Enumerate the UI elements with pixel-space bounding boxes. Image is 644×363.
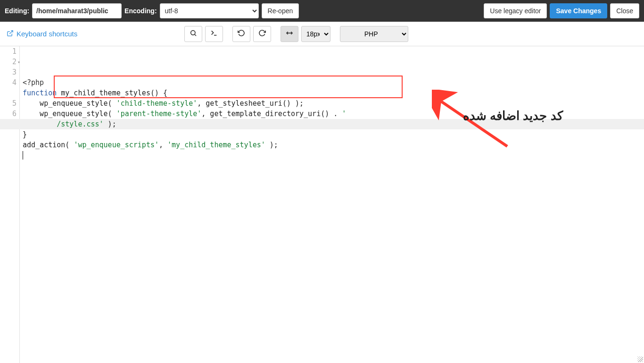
cursor — [23, 151, 23, 160]
code-line[interactable]: } — [23, 129, 644, 140]
code-line[interactable]: <?php — [23, 77, 644, 88]
search-icon — [190, 29, 197, 38]
resize-grip-icon[interactable] — [637, 356, 643, 362]
legacy-editor-button[interactable]: Use legacy editor — [484, 3, 547, 18]
search-button[interactable] — [184, 26, 202, 42]
gutter-line: 6 — [0, 109, 19, 119]
undo-button[interactable] — [232, 26, 250, 42]
redo-button[interactable] — [253, 26, 271, 42]
fontsize-select[interactable]: 18px — [301, 26, 330, 42]
editor[interactable]: 1234567 <?phpfunction my_child_theme_sty… — [0, 46, 644, 363]
wrap-toggle-button[interactable] — [281, 26, 298, 42]
code-area[interactable]: <?phpfunction my_child_theme_styles() { … — [20, 46, 644, 363]
gutter-line: 4 — [0, 77, 19, 88]
code-line[interactable]: wp_enqueue_style( 'child-theme-style', g… — [23, 98, 644, 109]
gutter-line: 3 — [0, 67, 19, 77]
top-toolbar: Editing: Encoding: utf-8 Re-open Use leg… — [0, 0, 644, 22]
code-line[interactable] — [23, 150, 644, 160]
terminal-button[interactable] — [205, 26, 223, 42]
annotation-text: کد جدید اضافه شده — [463, 110, 563, 121]
sub-toolbar: Keyboard shortcuts — [0, 22, 644, 46]
subbar-controls: 18px PHP — [77, 26, 515, 42]
undo-icon — [238, 29, 245, 38]
svg-point-1 — [190, 31, 195, 35]
terminal-icon — [210, 29, 218, 38]
wrap-icon — [285, 29, 294, 38]
editing-label: Editing: — [5, 7, 29, 15]
language-select[interactable]: PHP — [340, 26, 408, 42]
reopen-button[interactable]: Re-open — [262, 3, 299, 18]
path-input[interactable] — [32, 3, 122, 18]
code-line[interactable]: add_action( 'wp_enqueue_scripts', 'my_ch… — [23, 140, 644, 150]
gutter-line — [0, 88, 19, 98]
encoding-select[interactable]: utf-8 — [160, 3, 259, 18]
external-link-icon — [7, 30, 14, 38]
svg-line-2 — [195, 34, 196, 36]
close-button[interactable]: Close — [610, 3, 639, 18]
gutter-line: 5 — [0, 98, 19, 109]
encoding-label: Encoding: — [124, 7, 157, 15]
keyboard-shortcuts-link[interactable]: Keyboard shortcuts — [7, 30, 77, 38]
code-line[interactable]: function my_child_theme_styles() { — [23, 88, 644, 98]
keyboard-shortcuts-label: Keyboard shortcuts — [17, 30, 77, 38]
gutter: 1234567 — [0, 46, 20, 363]
redo-icon — [258, 29, 266, 38]
gutter-line: 1 — [0, 46, 19, 57]
svg-line-0 — [9, 30, 13, 34]
save-changes-button[interactable]: Save Changes — [550, 3, 607, 18]
gutter-line: 2 — [0, 57, 19, 67]
